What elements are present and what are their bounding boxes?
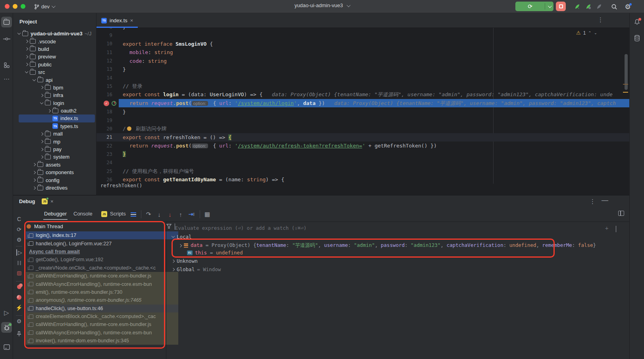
code-line-23[interactable]: 23} bbox=[96, 150, 629, 158]
layout-icon[interactable] bbox=[618, 211, 624, 216]
grid-icon[interactable]: ▦ bbox=[203, 210, 212, 219]
line-number[interactable]: 24 bbox=[96, 160, 119, 165]
force-step-into-icon[interactable]: ↓ bbox=[166, 210, 174, 219]
line-number[interactable]: 13 bbox=[96, 66, 119, 72]
code-line-20[interactable]: 20/ 刷新访问令牌 bbox=[96, 124, 629, 133]
stack-frame[interactable]: anonymous(), runtime-core.esm-bundler.js… bbox=[26, 296, 178, 304]
line-number[interactable]: 10 bbox=[96, 41, 119, 47]
lightbulb-icon[interactable] bbox=[127, 126, 131, 131]
profiler-icon[interactable] bbox=[595, 2, 604, 11]
scope-unknown[interactable]: Unknown bbox=[172, 258, 198, 264]
code-line-18[interactable]: 18} bbox=[96, 108, 629, 116]
kebab-icon[interactable]: ⋮ bbox=[590, 198, 596, 205]
code-line-15[interactable]: 15// 登录 bbox=[96, 82, 629, 90]
line-number[interactable]: 18 bbox=[96, 109, 119, 114]
line-number[interactable]: 19 bbox=[96, 118, 119, 123]
tree-item-public[interactable]: public bbox=[13, 61, 96, 68]
chevron-closed-icon[interactable] bbox=[38, 156, 45, 158]
variable-data[interactable]: data = Proxy(Object) {tenantName: "芋道源码"… bbox=[179, 242, 596, 249]
tree-item-yudao-ui-admin-vue3[interactable]: yudao-ui-admin-vue3~/J bbox=[13, 30, 96, 37]
stack-frame[interactable]: callWithErrorHandling(), runtime-core.es… bbox=[26, 272, 178, 280]
variable-this[interactable]: 01 this = undefined bbox=[187, 250, 243, 256]
settings-gear-icon[interactable]: ⚙ bbox=[623, 2, 632, 11]
chevron-open-icon[interactable] bbox=[31, 80, 37, 81]
line-number[interactable]: 23 bbox=[96, 151, 119, 157]
tree-item-types.ts[interactable]: TStypes.ts bbox=[13, 122, 96, 130]
chevron-open-icon[interactable] bbox=[38, 103, 45, 104]
more-tools-button[interactable]: ⋯ bbox=[1, 74, 12, 84]
tree-item-pay[interactable]: pay bbox=[13, 146, 96, 153]
tree-item-preview[interactable]: preview bbox=[13, 53, 96, 60]
rerun-debug-icon[interactable]: C bbox=[13, 216, 25, 222]
commit-tool-button[interactable] bbox=[1, 33, 12, 44]
code-line-14[interactable]: 14 bbox=[96, 74, 629, 82]
tree-item-mp[interactable]: mp bbox=[13, 138, 96, 145]
restart-icon[interactable]: ⟳ bbox=[13, 226, 25, 233]
debug-session-tab[interactable]: JS × bbox=[42, 198, 54, 204]
scope-local[interactable]: Local bbox=[172, 234, 192, 240]
stack-frame[interactable]: handleLogin(), LoginForm.vue:227 bbox=[26, 239, 178, 247]
tree-item-api[interactable]: api bbox=[13, 76, 96, 83]
tree-item-components[interactable]: components bbox=[13, 169, 96, 176]
code-line-25[interactable]: 25// 使用租户名，获得租户编号 bbox=[96, 167, 629, 175]
thread-selector[interactable]: Main Thread bbox=[27, 222, 177, 231]
chevron-open-icon[interactable] bbox=[23, 72, 30, 73]
mute-breakpoints-icon[interactable] bbox=[13, 295, 25, 301]
layout-settings-icon[interactable] bbox=[129, 210, 138, 219]
code-line-24[interactable]: 24 bbox=[96, 159, 629, 167]
tab-debugger[interactable]: Debugger bbox=[44, 211, 67, 217]
add-watch-icon[interactable]: + bbox=[605, 225, 608, 231]
code-line-22[interactable]: 22return request.post(option: { url: '/s… bbox=[96, 142, 629, 150]
code-line-10[interactable]: 10export interface SmsLoginVO { bbox=[96, 40, 629, 48]
run-to-cursor-icon[interactable]: ⇥I bbox=[187, 210, 196, 219]
stack-frame[interactable]: invoker(), runtime-dom.esm-bundler.js:34… bbox=[26, 337, 178, 345]
profiler-debug-icon[interactable] bbox=[584, 2, 593, 11]
terminal-tool-button[interactable] bbox=[1, 342, 12, 352]
tree-item-assets[interactable]: assets bbox=[13, 161, 96, 169]
debug-tool-button[interactable] bbox=[1, 322, 12, 333]
search-icon[interactable] bbox=[610, 2, 619, 11]
chevron-closed-icon[interactable] bbox=[38, 133, 45, 135]
chevron-closed-icon[interactable] bbox=[38, 140, 45, 143]
run-config-dropdown[interactable] bbox=[545, 3, 553, 10]
chevron-closed-icon[interactable] bbox=[23, 48, 30, 50]
pause-icon[interactable] bbox=[13, 260, 25, 266]
tab-console[interactable]: Console bbox=[73, 211, 93, 217]
evaluate-expression-input[interactable]: Evaluate expression (⏎) or add a watch (… bbox=[175, 225, 307, 231]
stack-frame[interactable]: _createVNode.onClick._cache.<computed>._… bbox=[26, 264, 178, 272]
database-button[interactable] bbox=[632, 33, 642, 43]
stack-frame[interactable]: callWithAsyncErrorHandling(), runtime-co… bbox=[26, 329, 178, 337]
stack-frame[interactable]: callWithAsyncErrorHandling(), runtime-co… bbox=[26, 280, 178, 288]
stack-frame[interactable]: login(), index.ts:17 bbox=[26, 231, 178, 239]
settings-gear-icon[interactable]: ⚙ bbox=[13, 237, 25, 243]
chevron-closed-icon[interactable] bbox=[31, 187, 37, 189]
line-number[interactable]: 8 bbox=[96, 28, 119, 30]
line-number[interactable]: 20 bbox=[96, 126, 119, 132]
tree-item-mall[interactable]: mall bbox=[13, 130, 96, 138]
lightning-icon[interactable]: ⚡ bbox=[13, 305, 25, 311]
chevron-closed-icon[interactable] bbox=[38, 148, 45, 151]
project-tool-button[interactable] bbox=[1, 17, 12, 27]
scope-global[interactable]: Global = Window bbox=[172, 266, 221, 272]
notifications-button[interactable] bbox=[632, 17, 642, 27]
tree-item-infra[interactable]: infra bbox=[13, 91, 96, 99]
run-tool-button[interactable]: ▷ bbox=[1, 307, 12, 318]
chevron-closed-icon[interactable] bbox=[46, 110, 52, 112]
stack-frame[interactable]: callWithErrorHandling(), runtime-core.es… bbox=[26, 320, 178, 328]
chevron-closed-icon[interactable] bbox=[38, 86, 45, 89]
breakpoint-icon[interactable]: ✓ bbox=[104, 101, 109, 106]
chevron-closed-icon[interactable] bbox=[23, 40, 30, 43]
chevron-closed-icon[interactable] bbox=[23, 63, 30, 66]
stack-frame[interactable]: emit(), runtime-core.esm-bundler.js:730 bbox=[26, 288, 178, 296]
stack-frame[interactable]: createElementBlock.onClick._cache.<compu… bbox=[26, 312, 178, 320]
chevron-closed-icon[interactable] bbox=[38, 94, 45, 97]
tree-item-system[interactable]: system bbox=[13, 153, 96, 161]
line-number[interactable]: 21 bbox=[96, 134, 119, 140]
step-into-icon[interactable]: ↓ bbox=[155, 210, 164, 219]
code-line-21[interactable]: 21export const refreshToken = () => { bbox=[96, 133, 629, 142]
line-number[interactable]: 22 bbox=[96, 143, 119, 149]
code-view[interactable]: 8}910export interface SmsLoginVO {11mobi… bbox=[96, 28, 629, 184]
code-line-8[interactable]: 8} bbox=[96, 28, 629, 31]
code-line-9[interactable]: 9 bbox=[96, 31, 629, 39]
code-line-26[interactable]: 26export const getTenantIdByName = (name… bbox=[96, 175, 629, 184]
